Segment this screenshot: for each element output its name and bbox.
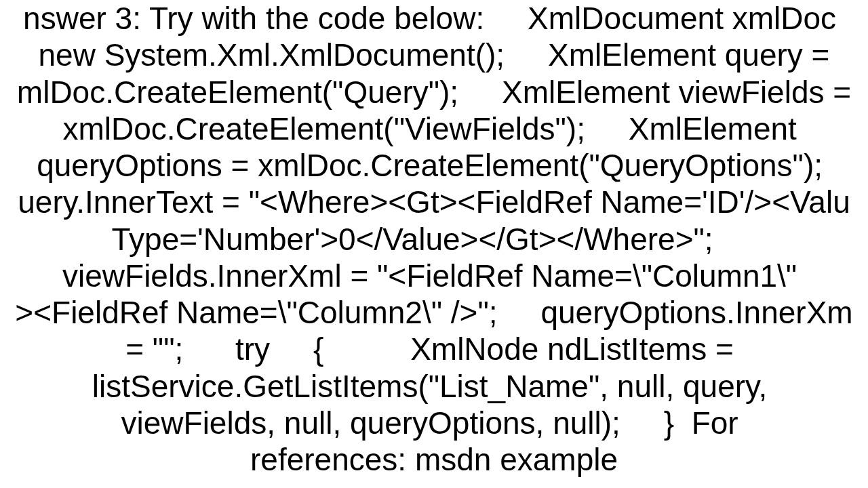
line-5: queryOptions = xmlDoc.CreateElement("Que… xyxy=(37,148,831,183)
line-1: nswer 3: Try with the code below: XmlDoc… xyxy=(23,1,845,36)
line-6: uery.InnerText = "<Where><Gt><FieldRef N… xyxy=(18,184,850,220)
answer-text-block: nswer 3: Try with the code below: XmlDoc… xyxy=(0,0,868,478)
line-8: viewFields.InnerXml = "<FieldRef Name=\"… xyxy=(62,258,806,293)
line-12: viewFields, null, queryOptions, null); }… xyxy=(121,405,747,441)
line-4: xmlDoc.CreateElement("ViewFields"); XmlE… xyxy=(62,111,805,146)
line-10: = ""; try { XmlNode ndListItems = xyxy=(125,331,743,367)
line-11: listService.GetListItems("List_Name", nu… xyxy=(92,369,776,404)
line-2: new System.Xml.XmlDocument(); XmlElement… xyxy=(30,37,839,73)
line-7: Type='Number'>0</Value></Gt></Where>"; xyxy=(111,222,756,257)
line-3: mlDoc.CreateElement("Query"); XmlElement… xyxy=(17,75,851,110)
line-9: ><FieldRef Name=\"Column2\" />"; queryOp… xyxy=(15,295,852,330)
line-13: references: msdn example xyxy=(250,442,618,477)
